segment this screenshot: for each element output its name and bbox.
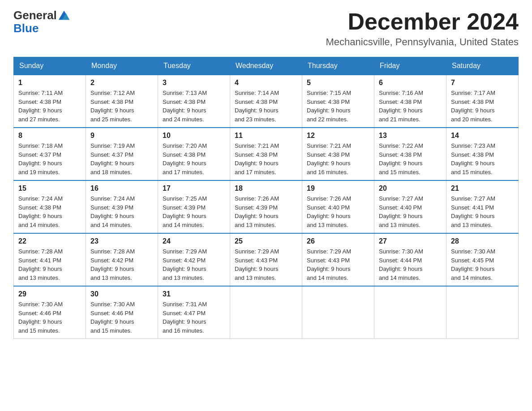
header-monday: Monday: [86, 57, 158, 75]
empty-cell-w4-d3: [230, 286, 302, 339]
day-number: 9: [90, 132, 153, 140]
day-cell-5: 5 Sunrise: 7:15 AM Sunset: 4:38 PM Dayli…: [302, 75, 374, 128]
day-info: Sunrise: 7:16 AM Sunset: 4:38 PM Dayligh…: [379, 89, 442, 124]
day-info: Sunrise: 7:31 AM Sunset: 4:47 PM Dayligh…: [163, 300, 225, 335]
day-info: Sunrise: 7:23 AM Sunset: 4:38 PM Dayligh…: [451, 141, 514, 176]
header-tuesday: Tuesday: [158, 57, 230, 75]
day-number: 15: [18, 184, 81, 193]
page-header: General Blue December 2024 Mechanicsvill…: [13, 9, 519, 48]
day-number: 13: [379, 132, 442, 140]
day-info: Sunrise: 7:13 AM Sunset: 4:38 PM Dayligh…: [163, 89, 225, 124]
weekday-header-row: Sunday Monday Tuesday Wednesday Thursday…: [14, 57, 519, 75]
calendar-title-area: December 2024 Mechanicsville, Pennsylvan…: [326, 9, 519, 48]
day-cell-13: 13 Sunrise: 7:22 AM Sunset: 4:38 PM Dayl…: [374, 128, 446, 180]
day-cell-9: 9 Sunrise: 7:19 AM Sunset: 4:37 PM Dayli…: [86, 128, 158, 180]
day-number: 16: [90, 184, 153, 193]
day-number: 19: [307, 184, 369, 193]
day-cell-20: 20 Sunrise: 7:27 AM Sunset: 4:40 PM Dayl…: [374, 180, 446, 233]
day-info: Sunrise: 7:30 AM Sunset: 4:45 PM Dayligh…: [451, 247, 514, 282]
day-cell-31: 31 Sunrise: 7:31 AM Sunset: 4:47 PM Dayl…: [158, 286, 230, 339]
header-wednesday: Wednesday: [230, 57, 302, 75]
week-row-4: 22 Sunrise: 7:28 AM Sunset: 4:41 PM Dayl…: [14, 233, 519, 286]
day-info: Sunrise: 7:27 AM Sunset: 4:40 PM Dayligh…: [379, 194, 442, 229]
day-info: Sunrise: 7:17 AM Sunset: 4:38 PM Dayligh…: [451, 89, 514, 124]
empty-cell-w4-d4: [302, 286, 374, 339]
day-info: Sunrise: 7:22 AM Sunset: 4:38 PM Dayligh…: [379, 141, 442, 176]
day-number: 14: [451, 132, 514, 140]
week-row-3: 15 Sunrise: 7:24 AM Sunset: 4:38 PM Dayl…: [14, 180, 519, 233]
day-number: 27: [379, 237, 442, 245]
day-info: Sunrise: 7:18 AM Sunset: 4:37 PM Dayligh…: [18, 141, 81, 176]
day-number: 21: [451, 184, 514, 193]
day-info: Sunrise: 7:20 AM Sunset: 4:38 PM Dayligh…: [163, 141, 225, 176]
day-cell-22: 22 Sunrise: 7:28 AM Sunset: 4:41 PM Dayl…: [14, 233, 86, 286]
month-title: December 2024: [326, 9, 519, 34]
day-cell-1: 1 Sunrise: 7:11 AM Sunset: 4:38 PM Dayli…: [14, 75, 86, 128]
day-number: 30: [90, 290, 153, 298]
day-number: 23: [90, 237, 153, 245]
empty-cell-w4-d6: [446, 286, 519, 339]
day-info: Sunrise: 7:28 AM Sunset: 4:42 PM Dayligh…: [90, 247, 153, 282]
day-info: Sunrise: 7:29 AM Sunset: 4:43 PM Dayligh…: [307, 247, 369, 282]
day-number: 24: [163, 237, 225, 245]
day-info: Sunrise: 7:11 AM Sunset: 4:38 PM Dayligh…: [18, 89, 81, 124]
day-number: 26: [307, 237, 369, 245]
day-cell-15: 15 Sunrise: 7:24 AM Sunset: 4:38 PM Dayl…: [14, 180, 86, 233]
day-number: 29: [18, 290, 81, 298]
day-info: Sunrise: 7:15 AM Sunset: 4:38 PM Dayligh…: [307, 89, 369, 124]
day-cell-4: 4 Sunrise: 7:14 AM Sunset: 4:38 PM Dayli…: [230, 75, 302, 128]
day-cell-25: 25 Sunrise: 7:29 AM Sunset: 4:43 PM Dayl…: [230, 233, 302, 286]
day-cell-19: 19 Sunrise: 7:26 AM Sunset: 4:40 PM Dayl…: [302, 180, 374, 233]
day-number: 18: [235, 184, 297, 193]
logo: General Blue: [13, 9, 70, 34]
day-info: Sunrise: 7:28 AM Sunset: 4:41 PM Dayligh…: [18, 247, 81, 282]
header-saturday: Saturday: [446, 57, 519, 75]
day-info: Sunrise: 7:24 AM Sunset: 4:39 PM Dayligh…: [90, 194, 153, 229]
day-info: Sunrise: 7:30 AM Sunset: 4:44 PM Dayligh…: [379, 247, 442, 282]
day-cell-11: 11 Sunrise: 7:21 AM Sunset: 4:38 PM Dayl…: [230, 128, 302, 180]
day-cell-30: 30 Sunrise: 7:30 AM Sunset: 4:46 PM Dayl…: [86, 286, 158, 339]
day-cell-3: 3 Sunrise: 7:13 AM Sunset: 4:38 PM Dayli…: [158, 75, 230, 128]
day-cell-18: 18 Sunrise: 7:26 AM Sunset: 4:39 PM Dayl…: [230, 180, 302, 233]
day-info: Sunrise: 7:19 AM Sunset: 4:37 PM Dayligh…: [90, 141, 153, 176]
logo-blue-text: Blue: [13, 21, 39, 35]
day-cell-27: 27 Sunrise: 7:30 AM Sunset: 4:44 PM Dayl…: [374, 233, 446, 286]
day-number: 10: [163, 132, 225, 140]
day-info: Sunrise: 7:21 AM Sunset: 4:38 PM Dayligh…: [307, 141, 369, 176]
day-number: 17: [163, 184, 225, 193]
day-info: Sunrise: 7:24 AM Sunset: 4:38 PM Dayligh…: [18, 194, 81, 229]
day-info: Sunrise: 7:21 AM Sunset: 4:38 PM Dayligh…: [235, 141, 297, 176]
calendar-table: Sunday Monday Tuesday Wednesday Thursday…: [13, 57, 519, 339]
day-info: Sunrise: 7:30 AM Sunset: 4:46 PM Dayligh…: [90, 300, 153, 335]
day-cell-7: 7 Sunrise: 7:17 AM Sunset: 4:38 PM Dayli…: [446, 75, 519, 128]
day-info: Sunrise: 7:12 AM Sunset: 4:38 PM Dayligh…: [90, 89, 153, 124]
day-number: 3: [163, 79, 225, 87]
day-number: 4: [235, 79, 297, 87]
day-number: 25: [235, 237, 297, 245]
day-info: Sunrise: 7:29 AM Sunset: 4:43 PM Dayligh…: [235, 247, 297, 282]
day-number: 1: [18, 79, 81, 87]
header-friday: Friday: [374, 57, 446, 75]
day-number: 6: [379, 79, 442, 87]
day-number: 22: [18, 237, 81, 245]
day-cell-28: 28 Sunrise: 7:30 AM Sunset: 4:45 PM Dayl…: [446, 233, 519, 286]
day-cell-8: 8 Sunrise: 7:18 AM Sunset: 4:37 PM Dayli…: [14, 128, 86, 180]
day-cell-17: 17 Sunrise: 7:25 AM Sunset: 4:39 PM Dayl…: [158, 180, 230, 233]
day-cell-10: 10 Sunrise: 7:20 AM Sunset: 4:38 PM Dayl…: [158, 128, 230, 180]
day-info: Sunrise: 7:25 AM Sunset: 4:39 PM Dayligh…: [163, 194, 225, 229]
day-cell-16: 16 Sunrise: 7:24 AM Sunset: 4:39 PM Dayl…: [86, 180, 158, 233]
header-sunday: Sunday: [14, 57, 86, 75]
week-row-2: 8 Sunrise: 7:18 AM Sunset: 4:37 PM Dayli…: [14, 128, 519, 180]
week-row-5: 29 Sunrise: 7:30 AM Sunset: 4:46 PM Dayl…: [14, 286, 519, 339]
day-cell-12: 12 Sunrise: 7:21 AM Sunset: 4:38 PM Dayl…: [302, 128, 374, 180]
day-number: 20: [379, 184, 442, 193]
location-title: Mechanicsville, Pennsylvania, United Sta…: [326, 36, 519, 48]
logo-text: General Blue: [13, 9, 70, 34]
day-cell-2: 2 Sunrise: 7:12 AM Sunset: 4:38 PM Dayli…: [86, 75, 158, 128]
week-row-1: 1 Sunrise: 7:11 AM Sunset: 4:38 PM Dayli…: [14, 75, 519, 128]
day-number: 2: [90, 79, 153, 87]
day-cell-29: 29 Sunrise: 7:30 AM Sunset: 4:46 PM Dayl…: [14, 286, 86, 339]
day-info: Sunrise: 7:26 AM Sunset: 4:39 PM Dayligh…: [235, 194, 297, 229]
day-cell-24: 24 Sunrise: 7:29 AM Sunset: 4:42 PM Dayl…: [158, 233, 230, 286]
day-number: 8: [18, 132, 81, 140]
